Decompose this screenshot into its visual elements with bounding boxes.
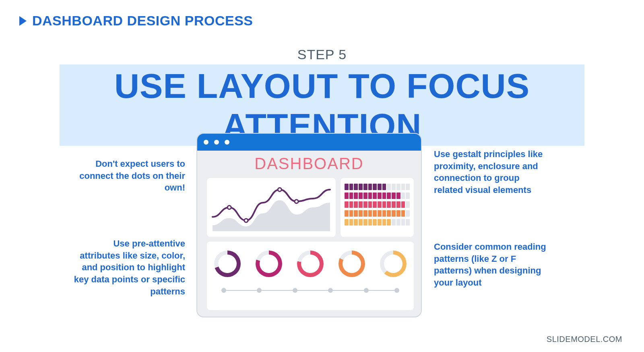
donut-icon [297, 251, 324, 277]
mock-title: DASHBOARD [197, 155, 421, 173]
bar-row [345, 184, 410, 190]
tip-top-left: Don't expect users to connect the dots o… [72, 158, 185, 194]
donut-icon [339, 251, 365, 277]
tip-top-right: Use gestalt principles like proximity, e… [434, 148, 551, 196]
bar-row [345, 219, 410, 226]
play-icon [19, 16, 27, 26]
mock-axis [221, 290, 399, 291]
mock-line-chart [207, 178, 336, 237]
footer-brand: SLIDEMODEL.COM [547, 335, 622, 344]
header-label: DASHBOARD DESIGN PROCESS [32, 13, 253, 29]
tip-bottom-right: Consider common reading patterns (like Z… [434, 241, 551, 289]
window-dot-icon [204, 140, 208, 145]
window-dot-icon [225, 140, 229, 145]
mock-bar-panel [341, 178, 414, 237]
bar-row [345, 201, 410, 208]
donut-icon [256, 251, 282, 277]
bar-row [345, 193, 410, 199]
svg-point-1 [244, 219, 248, 222]
mock-donut-panel [207, 242, 414, 310]
svg-point-0 [227, 206, 231, 209]
svg-point-2 [278, 188, 281, 191]
window-dot-icon [214, 140, 219, 145]
slide-header: DASHBOARD DESIGN PROCESS [19, 13, 253, 29]
tip-bottom-left: Use pre-attentive attributes like size, … [72, 238, 185, 297]
step-label: STEP 5 [0, 47, 644, 62]
line-chart-svg [207, 178, 336, 237]
bar-row [345, 210, 410, 217]
donut-icon [214, 251, 241, 277]
donut-icon [380, 251, 407, 277]
svg-point-3 [295, 200, 298, 203]
dashboard-mock: DASHBOARD [196, 133, 422, 317]
mock-titlebar [197, 134, 421, 151]
